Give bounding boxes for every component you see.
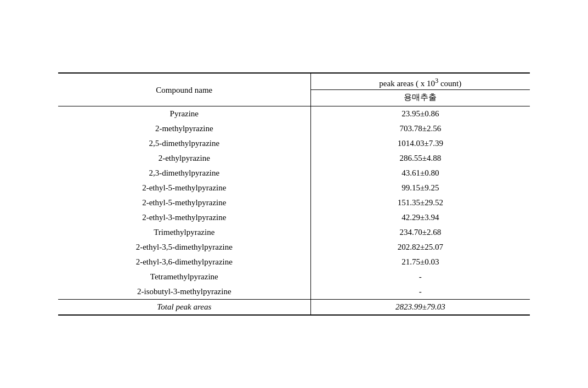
value-cell: 202.82±25.07 [310, 240, 530, 255]
value-cell: 703.78±2.56 [310, 121, 530, 136]
table-body: Pyrazine23.95±0.862-methylpyrazine703.78… [58, 106, 530, 316]
value-cell: 234.70±2.68 [310, 225, 530, 240]
table-row: 2,3-dimethylpyrazine43.61±0.80 [58, 166, 530, 181]
compound-cell: 2-methylpyrazine [58, 121, 310, 136]
value-cell: 23.95±0.86 [310, 106, 530, 122]
compound-cell: 2-ethyl-3-methylpyrazine [58, 210, 310, 225]
value-cell: 43.61±0.80 [310, 166, 530, 181]
compound-cell: 2-ethyl-5-methylpyrazine [58, 181, 310, 195]
table-row: 2-ethyl-5-methylpyrazine151.35±29.52 [58, 195, 530, 210]
compound-cell: Pyrazine [58, 106, 310, 122]
compound-cell: 2,5-dimethylpyrazine [58, 136, 310, 151]
table-row: 2-isobutyl-3-methylpyrazine- [58, 284, 530, 300]
peak-area-label-pre: peak areas ( x 10 [379, 79, 435, 88]
compound-cell: 2-isobutyl-3-methylpyrazine [58, 284, 310, 300]
value-cell: 42.29±3.94 [310, 210, 530, 225]
compound-cell: Tetramethylpyrazine [58, 269, 310, 284]
table-row: 2-methylpyrazine703.78±2.56 [58, 121, 530, 136]
compound-cell: 2,3-dimethylpyrazine [58, 166, 310, 181]
table-row: Pyrazine23.95±0.86 [58, 106, 530, 122]
subheader-korean: 용매추출 [310, 90, 530, 106]
compound-cell: Trimethylpyrazine [58, 225, 310, 240]
compound-cell: Total peak areas [58, 300, 310, 316]
value-cell: 21.75±0.03 [310, 255, 530, 269]
table-row: 2,5-dimethylpyrazine1014.03±7.39 [58, 136, 530, 151]
table-row: Tetramethylpyrazine- [58, 269, 530, 284]
value-cell: - [310, 269, 530, 284]
table-row: 2-ethyl-3,5-dimethylpyrazine202.82±25.07 [58, 240, 530, 255]
peak-area-header: peak areas ( x 103 count) [310, 73, 530, 90]
compound-name-header: Compound name [58, 73, 310, 106]
data-table: Compound name peak areas ( x 103 count) … [58, 72, 530, 316]
compound-cell: 2-ethyl-3,5-dimethylpyrazine [58, 240, 310, 255]
table-row: 2-ethyl-5-methylpyrazine99.15±9.25 [58, 181, 530, 195]
value-cell: - [310, 284, 530, 300]
compound-cell: 2-ethyl-5-methylpyrazine [58, 195, 310, 210]
value-cell: 1014.03±7.39 [310, 136, 530, 151]
compound-cell: 2-ethylpyrazine [58, 151, 310, 166]
peak-area-label-post: count) [438, 79, 461, 88]
table-row: Total peak areas2823.99±79.03 [58, 300, 530, 316]
table-row: 2-ethylpyrazine286.55±4.88 [58, 151, 530, 166]
value-cell: 99.15±9.25 [310, 181, 530, 195]
table-row: 2-ethyl-3,6-dimethylpyrazine21.75±0.03 [58, 255, 530, 269]
value-cell: 2823.99±79.03 [310, 300, 530, 316]
compound-cell: 2-ethyl-3,6-dimethylpyrazine [58, 255, 310, 269]
table-row: Trimethylpyrazine234.70±2.68 [58, 225, 530, 240]
value-cell: 151.35±29.52 [310, 195, 530, 210]
value-cell: 286.55±4.88 [310, 151, 530, 166]
table-row: 2-ethyl-3-methylpyrazine42.29±3.94 [58, 210, 530, 225]
table-container: Compound name peak areas ( x 103 count) … [58, 72, 530, 316]
